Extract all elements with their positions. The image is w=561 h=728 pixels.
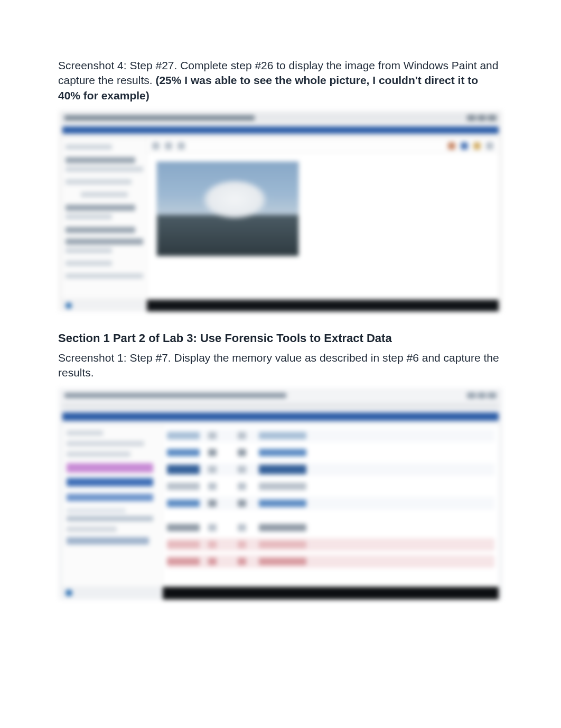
window-body <box>62 139 499 298</box>
table-row <box>167 463 494 476</box>
section-heading: Section 1 Part 2 of Lab 3: Use Forensic … <box>58 331 503 345</box>
data-table <box>163 425 499 586</box>
start-area <box>62 300 147 311</box>
sidebar-panel <box>62 139 147 298</box>
canvas-toolbar <box>147 139 499 153</box>
screenshot1-caption: Screenshot 1: Step #7. Display the memor… <box>58 351 503 381</box>
window-titlebar <box>61 390 500 401</box>
paint-canvas-image <box>156 161 299 256</box>
ribbon-bar <box>62 126 499 134</box>
window-title-text <box>64 115 255 121</box>
taskbar-tray <box>163 587 499 600</box>
table-row <box>167 446 494 459</box>
window-controls <box>467 392 497 399</box>
window-titlebar <box>61 113 500 123</box>
table-row <box>167 480 494 493</box>
canvas-area <box>147 139 499 298</box>
start-area <box>62 587 163 600</box>
window-title-text <box>64 393 286 398</box>
table-row <box>167 538 494 551</box>
taskbar-tray <box>147 300 499 311</box>
screenshot4-image <box>58 110 503 311</box>
screenshot4-caption: Screenshot 4: Step #27. Complete step #2… <box>58 58 503 103</box>
taskbar <box>62 300 499 311</box>
window-body <box>62 425 499 586</box>
menu-bar <box>62 403 499 409</box>
taskbar <box>62 587 499 600</box>
table-row <box>167 521 494 534</box>
screenshot1-image <box>58 388 503 600</box>
table-row <box>167 555 494 568</box>
table-row <box>167 497 494 510</box>
table-row <box>167 429 494 442</box>
sidebar-panel <box>62 425 163 586</box>
ribbon-bar <box>62 412 499 421</box>
window-controls <box>467 115 497 121</box>
